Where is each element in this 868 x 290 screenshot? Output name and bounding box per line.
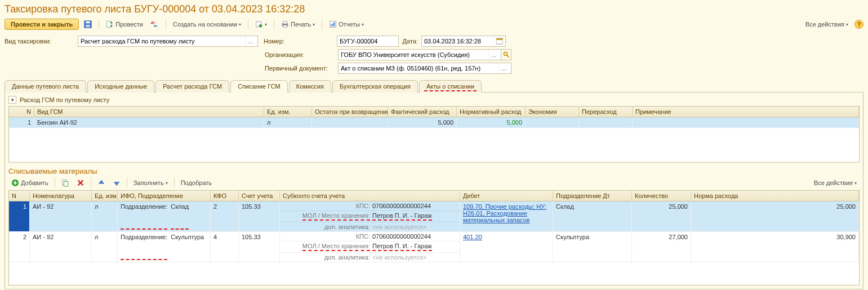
move-down-button[interactable] [110, 178, 123, 188]
col-normative[interactable]: Нормативный расход [457, 107, 526, 117]
col-quantity[interactable]: Количество [632, 191, 691, 201]
col-department-dt[interactable]: Подразделение Дт [553, 191, 632, 201]
tab-source-data[interactable]: Исходные данные [87, 80, 154, 93]
taxing-type-label: Вид таксировки: [5, 38, 78, 45]
tab-writeoff-acts[interactable]: Акты о списании [419, 80, 482, 93]
col-unit[interactable]: Ед. изм. [264, 107, 312, 117]
col-account[interactable]: Счет учета [239, 191, 280, 201]
tab-trip-sheet-data[interactable]: Данные путевого листа [5, 80, 86, 93]
create-based-on-button[interactable]: Создать на основании ▾ [170, 20, 244, 29]
col-kfo[interactable]: КФО [211, 191, 239, 201]
post-icon [106, 20, 114, 28]
tab-commission[interactable]: Комиссия [289, 80, 331, 93]
svg-rect-21 [64, 181, 68, 186]
col-subconto[interactable]: Субконто счета учета [280, 191, 460, 201]
col-note[interactable]: Примечание [633, 107, 859, 117]
col-debit[interactable]: Дебет [460, 191, 553, 201]
reports-button[interactable]: Отчеты ▾ [326, 19, 367, 29]
col-n[interactable]: N [9, 191, 30, 201]
col-actual[interactable]: Фактический расход [388, 107, 457, 117]
materials-all-actions-button[interactable]: Все действия ▾ [811, 178, 860, 187]
dt-kt-button[interactable]: ДтКт [148, 19, 162, 29]
col-n[interactable]: N [9, 107, 34, 117]
chevron-down-icon: ▾ [854, 181, 857, 186]
chevron-down-icon: ▾ [846, 22, 848, 27]
col-unit[interactable]: Ед. изм. [92, 191, 118, 201]
org-search-button[interactable] [501, 49, 511, 60]
svg-point-17 [504, 52, 507, 56]
department-value: Склад [171, 203, 189, 230]
number-input[interactable] [337, 38, 396, 45]
main-toolbar: Провести и закрыть Провести ДтКт Создать… [5, 19, 863, 30]
arrow-down-icon [113, 179, 121, 187]
organization-label: Организация: [265, 51, 338, 58]
date-input[interactable] [422, 38, 494, 45]
calendar-button[interactable] [494, 36, 504, 46]
add-row-button[interactable]: Добавить [8, 178, 51, 188]
col-fuel-type[interactable]: Вид ГСМ [34, 107, 264, 117]
move-up-button[interactable] [95, 178, 108, 188]
post-button[interactable]: Провести [103, 19, 146, 29]
delete-row-button[interactable] [74, 178, 87, 188]
svg-rect-9 [283, 21, 287, 24]
help-button[interactable]: ? [854, 20, 863, 29]
materials-grid[interactable]: N Номенклатура Ед. изм. ИФО, Подразделен… [8, 190, 860, 285]
all-actions-button[interactable]: Все действия ▾ [803, 20, 851, 29]
col-consumption-norm[interactable]: Норма расхода [691, 191, 859, 201]
svg-rect-2 [86, 25, 90, 27]
tab-fuel-writeoff[interactable]: Списание ГСМ [230, 80, 288, 93]
fuel-consumption-grid[interactable]: N Вид ГСМ Ед. изм. Остаток при возвращен… [8, 106, 860, 162]
taxing-type-input[interactable] [78, 38, 245, 45]
col-ifo[interactable]: ИФО, Подразделение [118, 191, 211, 201]
col-overspend[interactable]: Перерасход [579, 107, 633, 117]
chevron-down-icon: ▾ [313, 22, 315, 27]
debit-link[interactable]: 109.70, Прочие расходы; НУ: Н26.01, Расх… [463, 203, 546, 223]
department-label: Подразделение: [121, 234, 167, 260]
fill-button[interactable]: Заполнить ▾ [131, 178, 171, 187]
copy-icon [61, 179, 69, 187]
svg-rect-10 [283, 25, 287, 28]
svg-line-18 [506, 55, 509, 58]
printer-icon [281, 20, 289, 28]
svg-rect-12 [331, 24, 332, 27]
svg-point-7 [259, 24, 262, 27]
table-row[interactable]: 1 Бензин АИ-92 л 5,000 5,000 [9, 117, 859, 128]
ellipsis-button[interactable]: … [245, 36, 255, 46]
calendar-icon [496, 38, 503, 45]
delete-x-icon [77, 179, 84, 187]
svg-rect-14 [334, 23, 335, 27]
form-fields: Вид таксировки: … Номер: Дата: Организац… [5, 36, 863, 74]
ellipsis-button[interactable]: … [488, 50, 498, 60]
save-button[interactable] [81, 19, 95, 29]
svg-rect-13 [332, 23, 333, 26]
tab-accounting-op[interactable]: Бухгалтерская операция [332, 80, 418, 93]
select-button[interactable]: Подобрать [178, 178, 215, 187]
svg-rect-1 [86, 21, 90, 24]
collapse-button[interactable]: ▾ [8, 96, 16, 104]
col-nomenclature[interactable]: Номенклатура [30, 191, 92, 201]
chevron-down-icon: ▾ [362, 22, 364, 27]
col-remain[interactable]: Остаток при возвращении [312, 107, 388, 117]
department-value: Скульптура [171, 234, 204, 260]
department-label: Подразделение: [121, 203, 167, 230]
attach-button[interactable]: ▾ [252, 19, 270, 29]
svg-text:Кт: Кт [154, 24, 158, 28]
floppy-icon [84, 20, 92, 28]
ellipsis-button[interactable]: … [498, 63, 509, 73]
number-label: Номер: [264, 38, 337, 45]
copy-row-button[interactable] [59, 178, 72, 188]
print-button[interactable]: Печать ▾ [278, 19, 318, 29]
tab-bar: Данные путевого листа Исходные данные Ра… [5, 80, 863, 93]
table-row[interactable]: 2 АИ - 92 л Подразделение: Скульптура 4 … [9, 232, 859, 262]
tab-fuel-calc[interactable]: Расчет расхода ГСМ [155, 80, 229, 93]
organization-input[interactable] [339, 51, 488, 58]
debit-link[interactable]: 401.20 [463, 234, 482, 240]
primary-doc-input[interactable] [339, 65, 498, 72]
section-fuel-consumption-title: Расход ГСМ по путевому листу [20, 96, 109, 103]
col-economy[interactable]: Экономия [526, 107, 579, 117]
primary-doc-label: Первичный документ: [265, 65, 338, 72]
post-and-close-button[interactable]: Провести и закрыть [5, 19, 79, 30]
materials-toolbar: Добавить Заполнить ▾ Подобрать [8, 178, 860, 188]
section-materials-title: Списываемые материалы [8, 167, 860, 175]
table-row[interactable]: 1 АИ - 92 л Подразделение: Склад 2 105.3… [9, 201, 859, 232]
